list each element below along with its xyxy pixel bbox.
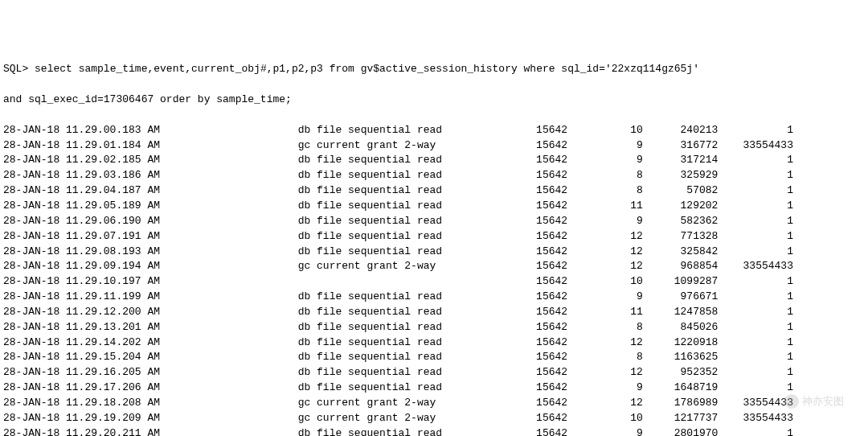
result-row: 28-JAN-18 11.29.10.197 AM 15642 10 10992… — [3, 274, 865, 290]
result-row: 28-JAN-18 11.29.02.185 AM db file sequen… — [3, 153, 865, 168]
watermark-icon — [784, 394, 799, 409]
result-row: 28-JAN-18 11.29.17.206 AM db file sequen… — [3, 380, 865, 396]
result-row: 28-JAN-18 11.29.05.189 AM db file sequen… — [3, 199, 865, 214]
result-row: 28-JAN-18 11.29.01.184 AM gc current gra… — [3, 138, 865, 154]
sql-prompt: SQL> — [3, 63, 28, 75]
result-row: 28-JAN-18 11.29.14.202 AM db file sequen… — [3, 335, 865, 351]
sql-prompt-line: SQL> select sample_time,event,current_ob… — [3, 62, 865, 77]
result-row: 28-JAN-18 11.29.18.208 AM gc current gra… — [3, 396, 865, 411]
result-row: 28-JAN-18 11.29.19.209 AM gc current gra… — [3, 411, 865, 426]
sql-query-line2: and sql_exec_id=17306467 order by sample… — [3, 93, 292, 105]
result-row: 28-JAN-18 11.29.07.191 AM db file sequen… — [3, 229, 865, 245]
result-row: 28-JAN-18 11.29.04.187 AM db file sequen… — [3, 183, 865, 199]
result-row: 28-JAN-18 11.29.15.204 AM db file sequen… — [3, 350, 865, 365]
sql-query-line1: select sample_time,event,current_obj#,p1… — [35, 63, 699, 75]
result-rows: 28-JAN-18 11.29.00.183 AM db file sequen… — [3, 123, 865, 436]
result-row: 28-JAN-18 11.29.13.201 AM db file sequen… — [3, 320, 865, 335]
result-row: 28-JAN-18 11.29.20.211 AM db file sequen… — [3, 426, 865, 436]
result-row: 28-JAN-18 11.29.08.193 AM db file sequen… — [3, 245, 865, 260]
result-row: 28-JAN-18 11.29.11.199 AM db file sequen… — [3, 290, 865, 305]
result-row: 28-JAN-18 11.29.12.200 AM db file sequen… — [3, 305, 865, 320]
result-row: 28-JAN-18 11.29.09.194 AM gc current gra… — [3, 259, 865, 274]
sql-query-line2-wrapper: and sql_exec_id=17306467 order by sample… — [3, 93, 865, 108]
result-row: 28-JAN-18 11.29.00.183 AM db file sequen… — [3, 123, 865, 138]
result-row: 28-JAN-18 11.29.03.186 AM db file sequen… — [3, 168, 865, 183]
result-row: 28-JAN-18 11.29.06.190 AM db file sequen… — [3, 214, 865, 229]
watermark-text: 神亦安图 — [802, 394, 844, 409]
result-row: 28-JAN-18 11.29.16.205 AM db file sequen… — [3, 365, 865, 380]
watermark: 神亦安图 — [784, 394, 844, 409]
